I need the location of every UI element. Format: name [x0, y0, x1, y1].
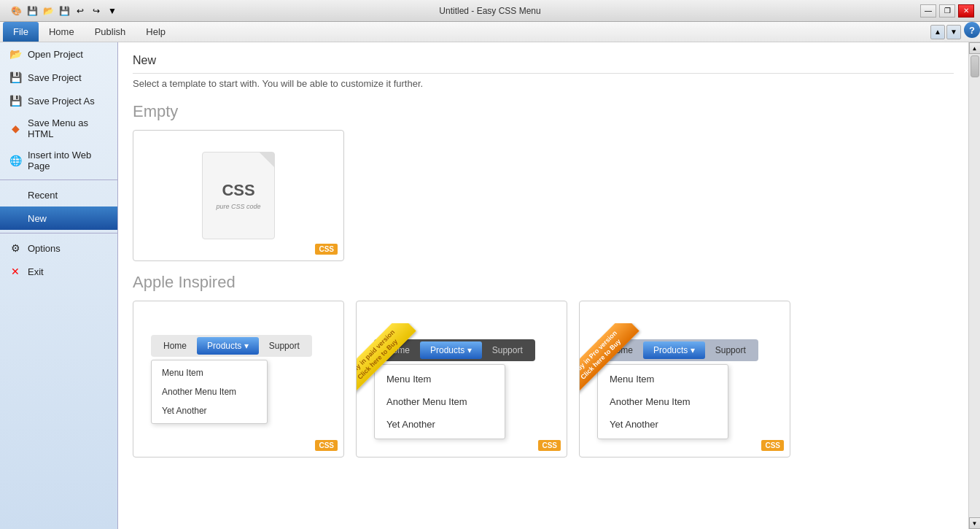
css-badge-empty: CSS — [315, 244, 338, 255]
restore-button[interactable]: ❐ — [939, 4, 955, 18]
sidebar-item-exit[interactable]: ✕ Exit — [0, 260, 117, 283]
apple2-home: Home — [376, 341, 420, 359]
apple3-products: Products ▾ — [643, 341, 705, 359]
recent-icon — [9, 188, 22, 201]
new-icon — [9, 212, 22, 225]
apple3-support: Support — [705, 341, 756, 359]
apple1-products: Products ▾ — [197, 337, 259, 355]
sidebar-item-save-project[interactable]: 💾 Save Project — [0, 66, 117, 89]
css-badge-apple1: CSS — [315, 440, 338, 451]
save-as-icon: 💾 — [9, 94, 22, 107]
app-body: 📂 Open Project 💾 Save Project 💾 Save Pro… — [0, 42, 980, 529]
css-badge-apple3: CSS — [761, 440, 784, 451]
menu-help[interactable]: Help — [136, 22, 176, 42]
sidebar-item-save-html[interactable]: ◆ Save Menu as HTML — [0, 112, 117, 144]
apple1-nav: Home Products ▾ Support — [151, 335, 312, 357]
insert-web-icon: 🌐 — [9, 154, 22, 167]
sidebar-item-options[interactable]: ⚙ Options — [0, 236, 117, 260]
section-empty-title: Empty — [133, 102, 954, 121]
sidebar-label-open-project: Open Project — [28, 49, 83, 60]
apple1-dd-item-2: Another Menu Item — [152, 382, 267, 401]
qa-open[interactable]: 📂 — [41, 4, 55, 18]
open-project-icon: 📂 — [9, 47, 22, 61]
scroll-thumb[interactable] — [971, 55, 979, 77]
css-badge-apple2: CSS — [538, 440, 561, 451]
help-icon[interactable]: ? — [964, 22, 980, 38]
css-file-sub: pure CSS code — [216, 203, 260, 210]
template-apple3[interactable]: Only in Pro versionClick here to Buy Hom… — [579, 301, 790, 457]
sidebar-item-insert-web[interactable]: 🌐 Insert into Web Page — [0, 144, 117, 177]
apple2-preview: Home Products ▾ Support Menu Item Anothe… — [365, 310, 558, 448]
quick-access-toolbar: 🎨 💾 📂 💾 ↩ ↪ ▼ — [6, 4, 122, 18]
save-project-icon: 💾 — [9, 71, 22, 84]
sidebar: 📂 Open Project 💾 Save Project 💾 Save Pro… — [0, 42, 118, 529]
sidebar-label-recent: Recent — [28, 190, 58, 201]
sidebar-divider-2 — [0, 233, 117, 233]
sidebar-label-options: Options — [28, 243, 61, 254]
close-button[interactable]: ✕ — [958, 4, 974, 18]
apple1-support: Support — [259, 337, 310, 355]
template-empty-css[interactable]: CSS pure CSS code CSS — [133, 130, 344, 261]
qa-save2[interactable]: 💾 — [57, 4, 71, 18]
options-icon: ⚙ — [9, 242, 22, 255]
apple1-dropdown: Menu Item Another Menu Item Yet Another — [151, 360, 268, 424]
empty-templates-row: CSS pure CSS code CSS — [133, 130, 954, 261]
apple1-home: Home — [153, 337, 197, 355]
apple2-dd-item-3: Yet Another — [375, 413, 505, 436]
window-title: Untitled - Easy CSS Menu — [439, 6, 540, 16]
apple2-nav: Home Products ▾ Support — [374, 339, 535, 361]
content-title: New — [133, 54, 954, 74]
content-area: New Select a template to start with. You… — [118, 42, 968, 529]
nav-fwd[interactable]: ▼ — [946, 25, 961, 39]
apple2-products: Products ▾ — [420, 341, 482, 359]
minimize-button[interactable]: — — [920, 4, 936, 18]
menu-file[interactable]: File — [3, 22, 39, 42]
qa-save[interactable]: 💾 — [25, 4, 39, 18]
menu-publish[interactable]: Publish — [85, 22, 136, 42]
qa-redo[interactable]: ↪ — [89, 4, 104, 18]
apple3-dd-item-1: Menu Item — [598, 368, 728, 390]
apple2-dropdown: Menu Item Another Menu Item Yet Another — [374, 364, 505, 439]
template-apple2[interactable]: Only in paid versionClick here to Buy Ho… — [356, 301, 567, 457]
scroll-down[interactable]: ▼ — [969, 517, 981, 529]
scrollbar[interactable]: ▲ ▼ — [968, 42, 980, 529]
sidebar-item-save-project-as[interactable]: 💾 Save Project As — [0, 89, 117, 112]
apple2-dd-item-1: Menu Item — [375, 368, 505, 390]
sidebar-item-recent[interactable]: Recent — [0, 183, 117, 206]
menu-home[interactable]: Home — [39, 22, 85, 42]
app-icon: 🎨 — [9, 4, 23, 18]
content-subtitle: Select a template to start with. You wil… — [133, 78, 954, 89]
sidebar-label-save-html: Save Menu as HTML — [28, 117, 109, 139]
nav-back[interactable]: ▲ — [930, 25, 945, 39]
sidebar-label-save-project-as: Save Project As — [28, 96, 95, 107]
window-controls: — ❐ ✕ — [920, 4, 974, 18]
css-file-icon: CSS pure CSS code — [202, 152, 275, 239]
apple1-dd-item-1: Menu Item — [152, 363, 267, 382]
sidebar-item-new[interactable]: New — [0, 206, 117, 230]
css-file-text: CSS — [222, 181, 254, 200]
sidebar-label-insert-web: Insert into Web Page — [28, 150, 109, 171]
apple3-dropdown: Menu Item Another Menu Item Yet Another — [597, 364, 728, 439]
save-html-icon: ◆ — [9, 122, 22, 135]
apple3-preview: Home Products ▾ Support Menu Item Anothe… — [588, 310, 781, 448]
apple1-preview: Home Products ▾ Support Menu Item Anothe… — [142, 326, 335, 433]
apple-templates-row: Home Products ▾ Support Menu Item Anothe… — [133, 301, 954, 457]
template-apple1[interactable]: Home Products ▾ Support Menu Item Anothe… — [133, 301, 344, 457]
apple3-nav: Home Products ▾ Support — [597, 339, 758, 361]
sidebar-label-save-project: Save Project — [28, 72, 82, 83]
sidebar-label-exit: Exit — [28, 266, 44, 277]
sidebar-divider-1 — [0, 179, 117, 180]
qa-dropdown[interactable]: ▼ — [105, 4, 120, 18]
apple1-dd-item-3: Yet Another — [152, 401, 267, 420]
menu-bar: File Home Publish Help ▲ ▼ ? — [0, 22, 980, 42]
section-apple-title: Apple Inspired — [133, 273, 954, 292]
qa-undo[interactable]: ↩ — [73, 4, 88, 18]
apple2-support: Support — [482, 341, 533, 359]
title-bar-left: 🎨 💾 📂 💾 ↩ ↪ ▼ — [6, 4, 122, 18]
scroll-up[interactable]: ▲ — [969, 42, 981, 54]
sidebar-label-new: New — [28, 213, 47, 224]
sidebar-item-open-project[interactable]: 📂 Open Project — [0, 42, 117, 66]
nav-arrows: ▲ ▼ — [928, 22, 964, 42]
apple2-dd-item-2: Another Menu Item — [375, 390, 505, 413]
apple3-home: Home — [599, 341, 643, 359]
